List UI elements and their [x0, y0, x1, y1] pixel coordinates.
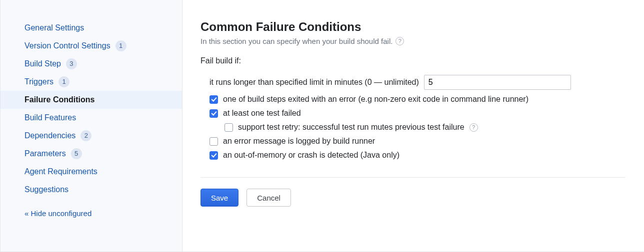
help-icon[interactable]: ?	[396, 37, 404, 45]
count-badge: 1	[58, 76, 70, 87]
sidebar-item-label: Suggestions	[24, 184, 68, 195]
sidebar-item-label: Dependencies	[24, 130, 76, 141]
sidebar-item-general-settings[interactable]: General Settings	[0, 19, 182, 37]
opt-oom-crash-row: an out-of-memory or crash is detected (J…	[200, 148, 625, 162]
opt-step-error-row: one of build steps exited with an error …	[200, 92, 625, 106]
step-error-label: one of build steps exited with an error …	[223, 95, 528, 104]
count-badge: 5	[71, 148, 82, 159]
page-subtitle: In this section you can specify when you…	[200, 37, 625, 45]
sidebar-item-label: Build Step	[24, 58, 61, 69]
test-retry-label: support test retry: successful test run …	[238, 123, 464, 132]
timeout-input[interactable]	[424, 75, 571, 90]
opt-test-retry-row: support test retry: successful test run …	[200, 120, 625, 134]
sidebar-item-label: Triggers	[24, 76, 54, 87]
sidebar-item-build-features[interactable]: Build Features	[0, 109, 182, 127]
sidebar-item-build-step[interactable]: Build Step 3	[0, 55, 182, 73]
timeout-row: it runs longer than specified limit in m…	[200, 72, 625, 92]
count-badge: 2	[80, 130, 92, 141]
test-retry-checkbox[interactable]	[224, 123, 233, 132]
divider	[200, 177, 625, 178]
sidebar-item-triggers[interactable]: Triggers 1	[0, 73, 182, 91]
oom-crash-checkbox[interactable]	[210, 151, 218, 160]
sidebar-item-agent-requirements[interactable]: Agent Requirements	[0, 163, 182, 181]
sidebar-item-label: General Settings	[24, 22, 84, 33]
fail-build-if-label: Fail build if:	[200, 56, 625, 65]
sidebar-item-label: Version Control Settings	[24, 40, 110, 51]
sidebar-item-label: Failure Conditions	[24, 94, 94, 105]
sidebar-item-failure-conditions[interactable]: Failure Conditions	[0, 91, 182, 109]
oom-crash-label: an out-of-memory or crash is detected (J…	[223, 151, 400, 160]
count-badge: 1	[116, 40, 126, 51]
opt-test-failed-row: at least one test failed	[200, 106, 625, 120]
sidebar-item-version-control-settings[interactable]: Version Control Settings 1	[0, 37, 182, 55]
page-title: Common Failure Conditions	[200, 20, 625, 34]
test-failed-checkbox[interactable]	[210, 109, 218, 118]
hide-unconfigured-label: « Hide unconfigured	[24, 208, 92, 219]
opt-error-logged-row: an error message is logged by build runn…	[200, 134, 625, 148]
sidebar-item-dependencies[interactable]: Dependencies 2	[0, 127, 182, 145]
sidebar-item-label: Parameters	[24, 148, 66, 159]
sidebar-item-label: Build Features	[24, 112, 76, 123]
save-label: Save	[211, 194, 228, 202]
error-logged-checkbox[interactable]	[210, 137, 218, 146]
timeout-label: it runs longer than specified limit in m…	[210, 78, 419, 87]
count-badge: 3	[66, 58, 77, 69]
sidebar-item-parameters[interactable]: Parameters 5	[0, 145, 182, 163]
button-row: Save Cancel	[200, 189, 625, 207]
subtitle-text: In this section you can specify when you…	[200, 37, 392, 45]
cancel-label: Cancel	[257, 194, 280, 202]
sidebar-item-suggestions[interactable]: Suggestions	[0, 181, 182, 199]
error-logged-label: an error message is logged by build runn…	[223, 137, 375, 146]
sidebar-item-label: Agent Requirements	[24, 166, 98, 177]
main-content: Common Failure Conditions In this sectio…	[182, 0, 644, 252]
cancel-button[interactable]: Cancel	[246, 189, 291, 207]
help-icon[interactable]: ?	[470, 123, 478, 132]
hide-unconfigured-link[interactable]: « Hide unconfigured	[0, 205, 182, 223]
save-button[interactable]: Save	[200, 189, 238, 207]
sidebar: General Settings Version Control Setting…	[0, 0, 182, 252]
step-error-checkbox[interactable]	[210, 95, 218, 104]
test-failed-label: at least one test failed	[223, 109, 301, 118]
